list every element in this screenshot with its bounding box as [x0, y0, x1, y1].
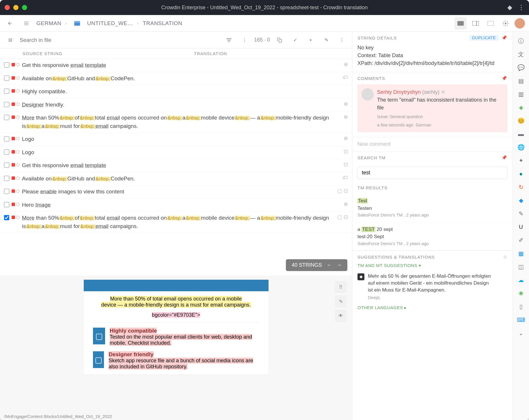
row-checkbox[interactable]	[4, 136, 9, 141]
book-icon[interactable]: ▤	[517, 77, 525, 85]
duplicate-badge: DUPLICATE	[469, 35, 499, 41]
refresh-icon[interactable]: ↻	[517, 183, 525, 191]
row-checkbox[interactable]	[4, 102, 9, 107]
row-checkbox[interactable]	[4, 215, 9, 220]
copy-icon[interactable]	[273, 34, 286, 46]
row-checkbox[interactable]	[4, 163, 9, 168]
string-row[interactable]: Available on&nbsp;GitHub and&nbsp;CodePe…	[0, 72, 352, 85]
list-menu-icon[interactable]: ⋮	[336, 34, 348, 46]
compose-icon[interactable]: ✐	[517, 236, 525, 244]
edit-icon[interactable]: ✎	[320, 34, 332, 46]
tm-result-item[interactable]: a TEST 20 sept test-20 Sept SalesForce D…	[352, 222, 513, 251]
string-row[interactable]: More than 50%&nbsp;of&nbsp;total email o…	[0, 212, 352, 233]
source-text: Get this responsive email template	[22, 61, 341, 70]
translate2-icon[interactable]: 🌐	[517, 143, 525, 151]
pill-prev[interactable]: ←	[327, 262, 332, 268]
tm-result-item[interactable]: Test Testen SalesForce Demo's TM , 2 yea…	[352, 194, 513, 222]
settings-icon[interactable]	[500, 17, 512, 29]
more-filter-icon[interactable]: ⋮	[239, 34, 251, 46]
cube-icon[interactable]: ◈	[517, 103, 525, 111]
preview-eye-icon[interactable]: 👁	[335, 310, 347, 322]
string-row[interactable]: Get this responsive email template ⊕	[0, 59, 352, 72]
layout-full-icon[interactable]	[455, 17, 467, 29]
cloud-icon[interactable]: ☁	[517, 276, 525, 284]
unpin-icon[interactable]: ⊘	[503, 254, 507, 260]
row-action-icon[interactable]: ⊡	[344, 148, 348, 155]
gear-dark-icon[interactable]: ✦	[517, 156, 525, 165]
comments-icon[interactable]: 💬	[517, 64, 525, 72]
extension-icon[interactable]: ◆	[507, 4, 512, 11]
suggestion-item[interactable]: ◆ Mehr als 50 % der gesamten E-Mail-Öffn…	[352, 270, 513, 303]
keyboard2-icon[interactable]: ⌨	[517, 316, 525, 324]
breadcrumb-language[interactable]: GERMAN	[36, 20, 61, 27]
row-checkbox[interactable]	[4, 176, 9, 181]
row-action-icon[interactable]: ▢ ⊡	[337, 214, 348, 220]
preview-drag-icon[interactable]: ⠿	[335, 281, 347, 293]
layout-split-icon[interactable]	[470, 17, 482, 29]
keyboard-icon[interactable]	[485, 17, 497, 29]
google-icon[interactable]: ◫	[517, 263, 525, 271]
leaf-icon[interactable]: ❀	[517, 289, 525, 297]
row-action-icon[interactable]: ⊡	[344, 161, 348, 168]
underline-icon[interactable]: U	[517, 223, 525, 231]
row-checkbox[interactable]	[4, 115, 9, 120]
hamburger-icon[interactable]	[20, 17, 32, 29]
row-action-icon[interactable]: ⊕	[344, 101, 348, 107]
row-checkbox[interactable]	[4, 62, 9, 68]
docker-icon[interactable]: ◆	[517, 196, 525, 204]
row-action-icon[interactable]: ⊕	[344, 114, 348, 120]
string-row[interactable]: Get this responsive email template ⊡	[0, 159, 352, 172]
new-comment-input[interactable]: New comment	[352, 137, 513, 151]
back-button[interactable]	[4, 17, 16, 29]
pill-next[interactable]: →	[336, 262, 342, 268]
info-icon[interactable]: ⓘ	[517, 37, 525, 45]
pin-icon[interactable]: 📌	[502, 155, 507, 160]
note-icon[interactable]: ✎	[517, 210, 525, 218]
menu-icon[interactable]: ⋮	[518, 4, 524, 11]
row-action-icon[interactable]: ⊕	[344, 201, 348, 207]
add-icon[interactable]: +	[305, 34, 317, 46]
string-row[interactable]: Highly compatible.	[0, 85, 352, 98]
stack-icon[interactable]: ▥	[517, 90, 525, 98]
row-checkbox[interactable]	[4, 89, 9, 94]
expand-icon[interactable]: ⌄	[517, 329, 525, 337]
row-action-icon[interactable]: ⊕	[344, 135, 348, 141]
chat-icon[interactable]: ●	[517, 170, 525, 178]
pin-icon[interactable]: 📌	[502, 35, 507, 40]
row-checkbox[interactable]	[4, 189, 9, 194]
row-action-icon[interactable]: ▢ ⊡	[337, 188, 348, 194]
string-row[interactable]: More than 50%&nbsp;of&nbsp;total email o…	[0, 111, 352, 133]
string-row[interactable]: Please enable images to view this conten…	[0, 185, 352, 199]
string-row[interactable]: Designer friendly. ⊕	[0, 98, 352, 112]
row-checkbox[interactable]	[4, 202, 9, 207]
html-icon[interactable]: ▦	[517, 249, 525, 257]
string-row[interactable]: Logo ⊕	[0, 133, 352, 146]
row-checkbox[interactable]	[4, 150, 9, 155]
translate-icon[interactable]: 文	[517, 50, 525, 58]
filter-icon[interactable]	[223, 34, 235, 46]
preview-edit-icon[interactable]: ✎	[335, 295, 347, 307]
maximize-window[interactable]	[22, 5, 27, 10]
string-row[interactable]: Hero Image ⊕	[0, 199, 352, 212]
check-icon[interactable]: ✓	[289, 34, 301, 46]
string-row[interactable]: Available on&nbsp;GitHub and&nbsp;CodePe…	[0, 172, 352, 186]
collapse-icon[interactable]: ⊟	[4, 34, 16, 46]
glossary-icon[interactable]: ▬	[517, 130, 525, 138]
close-window[interactable]	[5, 5, 10, 10]
string-list[interactable]: Get this responsive email template ⊕ Ava…	[0, 59, 352, 276]
user-avatar[interactable]	[515, 18, 525, 29]
minimize-window[interactable]	[13, 5, 18, 10]
breadcrumb-file[interactable]: UNTITLED_WE…	[87, 20, 133, 27]
pin-icon[interactable]: 📌	[502, 76, 507, 81]
breadcrumb-page[interactable]: TRANSLATION	[143, 20, 182, 27]
tm-search-input[interactable]	[357, 167, 507, 179]
row-checkbox[interactable]	[4, 76, 9, 81]
row-action-icon[interactable]: ⊕	[344, 61, 348, 68]
doc-icon[interactable]: ▯	[517, 303, 525, 311]
search-input[interactable]	[20, 37, 219, 43]
smiley-icon[interactable]: 😊	[517, 117, 525, 125]
comment-item[interactable]: Serhiy Dmytryshyn (serhiy) ✕ The term "e…	[357, 84, 507, 132]
row-action-icon[interactable]: 🏷	[343, 74, 348, 81]
string-row[interactable]: Logo ⊡	[0, 146, 352, 159]
row-action-icon[interactable]: 🏷	[343, 175, 348, 181]
